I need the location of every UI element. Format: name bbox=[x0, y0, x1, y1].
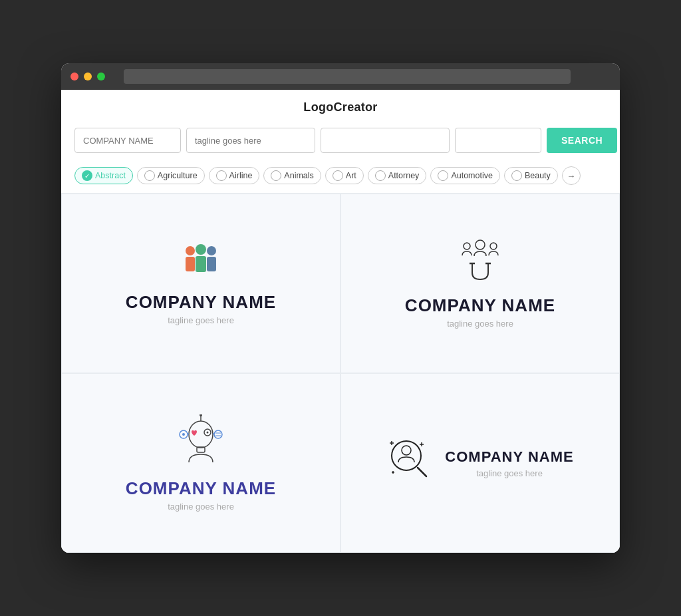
cat-abstract[interactable]: ✓ Abstract bbox=[74, 167, 133, 184]
svg-point-8 bbox=[490, 243, 497, 249]
cat-beauty[interactable]: Beauty bbox=[504, 167, 558, 184]
svg-point-19 bbox=[214, 430, 222, 438]
app-window: LogoCreator SEARCH ✓ Abstract Agricultur… bbox=[61, 63, 620, 553]
check-icon: ✓ bbox=[82, 170, 92, 181]
cat-label: Agriculture bbox=[158, 171, 198, 180]
last-input[interactable] bbox=[455, 128, 541, 153]
svg-point-13 bbox=[200, 414, 202, 416]
svg-point-4 bbox=[207, 246, 216, 255]
magnet-people-icon bbox=[454, 238, 507, 285]
cat-label: Automotive bbox=[451, 171, 493, 180]
minimize-btn[interactable] bbox=[84, 73, 92, 80]
cat-label: Animals bbox=[284, 171, 313, 180]
svg-point-23 bbox=[402, 446, 411, 455]
logo-company-name: COMPANY NAME bbox=[126, 292, 276, 313]
logo-tagline: tagline goes here bbox=[447, 319, 513, 329]
logo-tagline: tagline goes here bbox=[445, 468, 573, 478]
check-icon bbox=[511, 170, 522, 181]
logo-tagline: tagline goes here bbox=[168, 315, 234, 325]
cat-airline[interactable]: Airline bbox=[209, 167, 260, 184]
brain-icon bbox=[174, 414, 227, 468]
svg-rect-5 bbox=[207, 257, 216, 271]
check-icon bbox=[438, 170, 448, 181]
cat-label: Attorney bbox=[388, 171, 420, 180]
svg-point-2 bbox=[196, 244, 206, 255]
search-button[interactable]: SEARCH bbox=[547, 128, 617, 153]
tagline-input[interactable] bbox=[186, 128, 315, 153]
cat-label: Airline bbox=[229, 171, 253, 180]
check-icon bbox=[375, 170, 386, 181]
svg-line-24 bbox=[418, 468, 426, 476]
svg-point-11 bbox=[189, 421, 213, 448]
cat-label: Beauty bbox=[525, 171, 551, 180]
svg-point-6 bbox=[464, 243, 470, 249]
address-bar[interactable] bbox=[124, 69, 571, 84]
check-icon bbox=[144, 170, 155, 181]
search-person-icon bbox=[386, 434, 433, 481]
logo-company-name: COMPANY NAME bbox=[405, 295, 555, 316]
logo-card-2[interactable]: COMPANY NAME tagline goes here bbox=[340, 194, 620, 373]
cat-automotive[interactable]: Automotive bbox=[430, 167, 500, 184]
svg-point-7 bbox=[476, 240, 485, 249]
cat-label: Abstract bbox=[95, 171, 126, 180]
cat-art[interactable]: Art bbox=[325, 167, 364, 184]
logo-card-1[interactable]: COMPANY NAME tagline goes here bbox=[61, 194, 340, 373]
logo-card-4[interactable]: COMPANY NAME tagline goes here bbox=[340, 373, 620, 553]
cat-attorney[interactable]: Attorney bbox=[368, 167, 427, 184]
cat-agriculture[interactable]: Agriculture bbox=[137, 167, 205, 184]
svg-rect-3 bbox=[196, 256, 206, 272]
check-icon bbox=[271, 170, 281, 181]
cat-label: Art bbox=[346, 171, 356, 180]
people-icon bbox=[174, 241, 227, 281]
logo-company-name: COMPANY NAME bbox=[445, 448, 573, 466]
check-icon bbox=[216, 170, 227, 181]
svg-point-0 bbox=[186, 246, 195, 255]
check-icon bbox=[333, 170, 343, 181]
close-btn[interactable] bbox=[70, 73, 78, 80]
category-next-button[interactable]: → bbox=[562, 166, 581, 185]
logo-company-name: COMPANY NAME bbox=[126, 478, 276, 499]
titlebar bbox=[61, 63, 620, 90]
svg-point-18 bbox=[182, 433, 185, 436]
middle-input[interactable] bbox=[321, 128, 450, 153]
svg-rect-1 bbox=[186, 257, 195, 271]
company-name-input[interactable] bbox=[74, 128, 181, 153]
app-title: LogoCreator bbox=[61, 90, 620, 121]
logo-card-3[interactable]: COMPANY NAME tagline goes here bbox=[61, 373, 340, 553]
svg-point-15 bbox=[207, 432, 209, 434]
category-bar: ✓ Abstract Agriculture Airline Animals A… bbox=[61, 162, 620, 193]
logo-tagline: tagline goes here bbox=[168, 502, 234, 512]
logo-grid: COMPANY NAME tagline goes here bbox=[61, 193, 620, 553]
maximize-btn[interactable] bbox=[97, 73, 105, 80]
search-bar: SEARCH bbox=[61, 121, 620, 162]
cat-animals[interactable]: Animals bbox=[263, 167, 321, 184]
